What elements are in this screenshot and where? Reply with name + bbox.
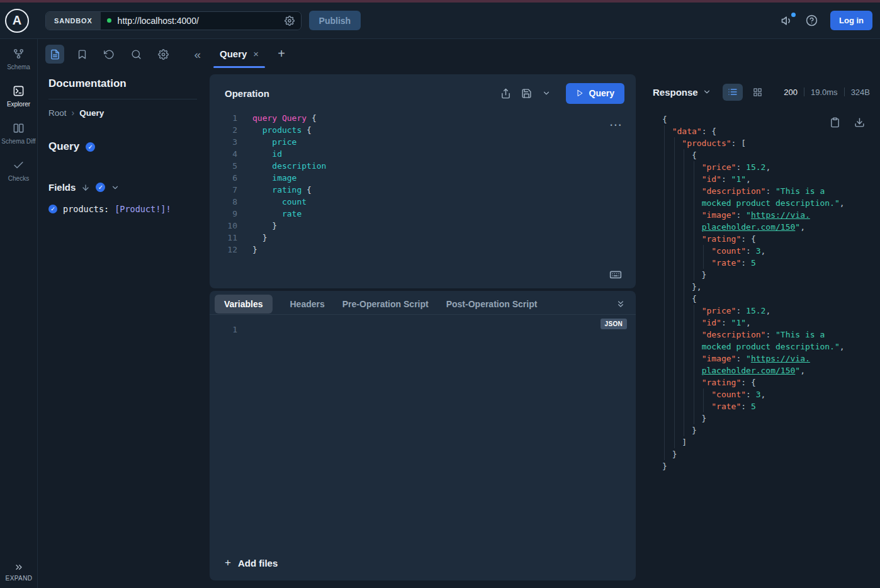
operation-code-line[interactable]: 5 description xyxy=(220,160,636,172)
apollo-logo[interactable]: A xyxy=(5,9,29,33)
operation-code-line[interactable]: 10 } xyxy=(220,220,636,232)
operation-more-menu-icon[interactable]: ⋯ xyxy=(609,117,623,132)
status-code: 200 xyxy=(784,88,798,97)
response-line: mocked product description.", xyxy=(662,197,876,209)
sandbox-tag: SANDBOX xyxy=(46,12,101,30)
add-files-button[interactable]: + Add files xyxy=(225,557,278,569)
run-query-button[interactable]: Query xyxy=(566,83,624,104)
operation-code-line[interactable]: 4 id xyxy=(220,148,636,160)
table-view-icon[interactable] xyxy=(748,84,768,101)
operation-editor[interactable]: 1query Query {2 products {3 price4 id5 d… xyxy=(210,112,636,256)
notification-dot xyxy=(791,13,796,17)
save-dropdown-chevron-icon[interactable] xyxy=(542,89,551,98)
status-divider xyxy=(804,88,804,96)
tab-query[interactable]: Query × xyxy=(212,39,266,68)
collapse-variables-chevrons-icon[interactable] xyxy=(616,299,626,309)
rail-item-label: Schema xyxy=(7,64,30,71)
response-line: placeholder.com/150", xyxy=(662,221,876,233)
download-response-icon[interactable] xyxy=(854,117,865,128)
schema-icon xyxy=(13,48,25,60)
tab-pre-operation-script[interactable]: Pre-Operation Script xyxy=(342,299,429,309)
operation-code-line[interactable]: 8 count xyxy=(220,196,636,208)
operation-code-line[interactable]: 3 price xyxy=(220,136,636,148)
share-icon[interactable] xyxy=(500,88,511,99)
help-icon[interactable] xyxy=(806,14,818,26)
endpoint-url[interactable]: http://localhost:4000/ xyxy=(118,16,285,26)
response-dropdown-chevron-icon[interactable] xyxy=(702,88,711,96)
rail-item-schema[interactable]: Schema xyxy=(1,48,37,71)
docs-divider xyxy=(48,99,197,99)
variables-editor[interactable]: 1 xyxy=(210,324,636,336)
response-line: } xyxy=(662,424,876,436)
rail-item-schema-diff[interactable]: Schema Diff xyxy=(1,122,37,145)
save-icon[interactable] xyxy=(521,88,532,99)
response-code: { "data": { "products": [ { "price": 15.… xyxy=(662,113,876,472)
copy-response-icon[interactable] xyxy=(830,117,840,128)
rail-item-label: Explorer xyxy=(7,101,30,108)
response-line: "count": 3, xyxy=(662,245,876,257)
search-icon[interactable] xyxy=(127,45,145,64)
response-line: "id": "1", xyxy=(662,317,876,329)
tree-view-icon[interactable] xyxy=(723,84,743,101)
app-root: A SANDBOX http://localhost:4000/ Publish… xyxy=(0,0,880,588)
operation-code-line[interactable]: 1query Query { xyxy=(220,112,636,124)
run-button-label: Query xyxy=(589,88,614,98)
collapse-docs-panel-icon[interactable]: « xyxy=(194,48,201,60)
rail-item-explorer[interactable]: Explorer xyxy=(1,85,37,108)
indent-guide xyxy=(694,305,694,424)
operation-code-line[interactable]: 12} xyxy=(220,244,636,256)
operation-code-line[interactable]: 2 products { xyxy=(220,124,636,136)
login-button[interactable]: Log in xyxy=(830,11,872,30)
operation-code-line[interactable]: 6 image xyxy=(220,172,636,184)
field-type[interactable]: [Product!]! xyxy=(115,204,171,214)
keyboard-shortcuts-icon[interactable] xyxy=(609,268,622,281)
publish-button[interactable]: Publish xyxy=(309,11,361,30)
play-icon xyxy=(576,89,584,97)
operation-code-line[interactable]: 7 rating { xyxy=(220,184,636,196)
tab-post-operation-script[interactable]: Post-Operation Script xyxy=(446,299,538,309)
status-divider xyxy=(844,88,845,96)
tab-close-icon[interactable]: × xyxy=(253,49,259,59)
fields-chevron-down-icon[interactable] xyxy=(111,183,120,192)
breadcrumb-current: Query xyxy=(79,108,104,118)
saved-operations-bookmark-icon[interactable] xyxy=(72,45,91,64)
rail-item-checks[interactable]: Checks xyxy=(1,159,37,183)
variables-code-line[interactable]: 1 xyxy=(220,324,636,336)
response-line: "description": "This is a xyxy=(662,185,876,197)
endpoint-settings-gear-icon[interactable] xyxy=(285,16,295,26)
explorer-settings-gear-icon[interactable] xyxy=(154,45,172,64)
top-bar-right: Log in xyxy=(781,11,872,30)
operation-code[interactable]: 1query Query {2 products {3 price4 id5 d… xyxy=(220,112,636,256)
tab-variables[interactable]: Variables xyxy=(215,295,273,314)
endpoint-control: SANDBOX http://localhost:4000/ xyxy=(45,11,302,30)
response-line: placeholder.com/150", xyxy=(662,365,876,376)
response-line: "image": "https://via. xyxy=(662,209,876,221)
response-line: "rating": { xyxy=(662,233,876,245)
field-name[interactable]: products: xyxy=(63,204,109,214)
documentation-tab-icon[interactable] xyxy=(45,45,64,64)
response-line: "id": "1", xyxy=(662,173,876,185)
response-line: "rate": 5 xyxy=(662,400,876,412)
endpoint-url-box[interactable]: http://localhost:4000/ xyxy=(101,12,301,30)
schema-diff-icon xyxy=(13,122,25,134)
new-tab-button[interactable]: + xyxy=(273,47,290,61)
operation-code-line[interactable]: 11 } xyxy=(220,232,636,244)
response-line: "products": [ xyxy=(662,137,876,149)
response-line: } xyxy=(662,448,876,460)
type-check-badge: ✓ xyxy=(86,142,95,152)
indent-guide xyxy=(674,137,675,448)
announcements-icon[interactable] xyxy=(781,14,793,27)
field-check-badge: ✓ xyxy=(48,205,57,213)
sort-arrow-down-icon[interactable] xyxy=(81,183,90,192)
history-icon[interactable] xyxy=(99,45,118,64)
indent-guide xyxy=(703,388,704,412)
response-line: { xyxy=(662,293,876,305)
field-row-products[interactable]: ✓ products: [Product!]! xyxy=(48,204,197,214)
variables-line-number: 1 xyxy=(220,324,237,336)
rail-expand-button[interactable]: EXPAND xyxy=(0,562,38,582)
documentation-panel: « Documentation Root › Query Query ✓ Fie… xyxy=(38,39,210,588)
tab-headers[interactable]: Headers xyxy=(290,299,325,309)
operation-code-line[interactable]: 9 rate xyxy=(220,208,636,220)
breadcrumb-root[interactable]: Root xyxy=(48,108,67,118)
main-workspace: Query × + Operation xyxy=(210,39,636,588)
